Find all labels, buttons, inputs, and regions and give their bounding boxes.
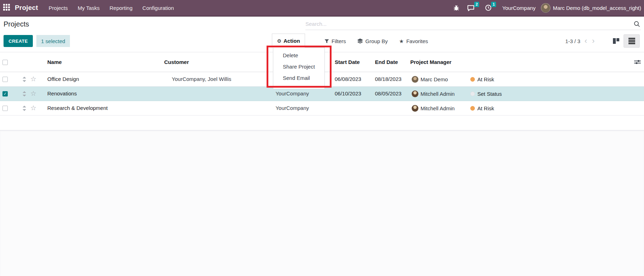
project-start-date: 06/08/2023 [335,72,361,86]
favorite-star-icon[interactable]: ☆ [30,72,36,87]
row-checkbox[interactable] [2,106,8,111]
user-avatar[interactable] [541,3,550,13]
nav-item-my-tasks[interactable]: My Tasks [73,5,105,11]
pager: 1-3 / 3 ‹ › [565,35,599,47]
project-status: At Risk [470,101,494,116]
action-button-label: Action [284,38,300,44]
nav-item-reporting[interactable]: Reporting [105,5,137,11]
favorites-label: Favorites [406,38,428,44]
project-name: Office Design [47,72,79,86]
filter-funnel-icon [324,39,329,43]
menu-item-share-project[interactable]: Share Project [273,61,324,72]
search-bar [305,18,641,30]
messages-badge: 2 [474,2,479,7]
nav-item-projects[interactable]: Projects [44,5,73,11]
content-area-below-table [0,130,644,276]
status-dot-icon[interactable] [470,77,475,82]
nav-menu: Projects My Tasks Reporting Configuratio… [44,0,179,16]
drag-handle-icon[interactable] [23,91,26,96]
apps-grid-icon[interactable] [3,4,11,12]
manager-name: Mitchell Admin [421,87,455,101]
pager-range: 1-3 / 3 [565,38,580,44]
status-dot-icon[interactable] [470,106,475,111]
favorites-star-icon: ★ [399,39,404,44]
project-manager: Mitchell Admin [412,87,455,101]
pager-prev-icon[interactable]: ‹ [580,36,591,46]
layers-icon [357,39,363,44]
column-header-customer[interactable]: Customer [164,52,189,72]
filters-button[interactable]: Filters [324,38,346,44]
manager-avatar [412,76,418,83]
project-status: Set Status [470,87,502,101]
kanban-view-icon [613,38,619,44]
search-input[interactable] [305,18,625,29]
table-row[interactable]: ☆ Research & Development YourCompany Mit… [0,101,644,116]
favorite-star-icon[interactable]: ☆ [30,87,36,101]
status-dot-icon[interactable] [470,92,475,96]
favorite-star-icon[interactable]: ☆ [30,101,36,116]
messages-icon[interactable]: 2 [467,5,475,11]
project-start-date: 06/10/2023 [335,87,361,101]
drag-handle-icon[interactable] [23,106,26,111]
manager-avatar [412,105,418,112]
select-all-checkbox[interactable] [2,60,8,65]
column-header-start-date[interactable]: Start Date [335,52,360,72]
user-menu[interactable]: Marc Demo (db_model_access_right) [553,5,641,11]
project-end-date: 08/05/2023 [375,87,401,101]
selected-count-chip: 1 selected [36,35,70,47]
status-label: At Risk [477,101,494,116]
status-label: At Risk [477,72,494,87]
drag-handle-icon[interactable] [23,77,26,82]
page-title: Projects [4,20,29,28]
search-icon[interactable] [634,21,640,29]
group-by-label: Group By [365,38,388,44]
project-name: Research & Development [47,101,108,115]
app-name[interactable]: Project [15,4,38,12]
create-button[interactable]: CREATE [4,35,33,47]
project-status: At Risk [470,72,494,87]
status-label: Set Status [477,87,502,101]
gear-icon: ⚙ [277,38,281,44]
empty-row [0,116,644,130]
manager-avatar [412,90,418,97]
nav-right: 2 1 YourCompany Marc Demo (db_model_acce… [453,3,644,13]
project-manager: Mitchell Admin [412,101,455,116]
project-name: Renovations [47,87,77,101]
menu-item-send-email[interactable]: Send Email [273,72,324,84]
project-manager: Marc Demo [412,72,448,87]
project-customer: YourCompany [164,101,309,115]
action-dropdown-menu: Delete Share Project Send Email [273,47,325,89]
nav-item-configuration[interactable]: Configuration [137,5,179,11]
group-by-button[interactable]: Group By [357,38,388,44]
menu-item-delete[interactable]: Delete [273,50,324,61]
search-options: Filters Group By ★ Favorites [324,35,428,47]
top-navbar: Project Projects My Tasks Reporting Conf… [0,0,644,17]
row-checkbox[interactable] [2,77,8,82]
column-header-name[interactable]: Name [47,52,62,72]
kanban-view-button[interactable] [609,34,623,48]
optional-columns-icon[interactable] [634,59,641,66]
list-view-icon [628,38,635,44]
favorites-button[interactable]: ★ Favorites [399,38,428,44]
activities-badge: 1 [491,2,496,7]
column-header-end-date[interactable]: End Date [375,52,398,72]
manager-name: Mitchell Admin [421,101,455,116]
row-checkbox[interactable]: ✓ [2,91,8,96]
action-button[interactable]: ⚙ Action [272,34,305,48]
activities-clock-icon[interactable]: 1 [485,5,491,11]
column-header-project-manager[interactable]: Project Manager [410,52,452,72]
company-switcher[interactable]: YourCompany [502,5,536,11]
manager-name: Marc Demo [421,72,448,87]
filters-label: Filters [332,38,346,44]
project-end-date: 08/18/2023 [375,72,401,86]
pager-next-icon[interactable]: › [591,36,599,46]
debug-bug-icon[interactable] [453,5,459,11]
list-view-button[interactable] [624,34,640,48]
